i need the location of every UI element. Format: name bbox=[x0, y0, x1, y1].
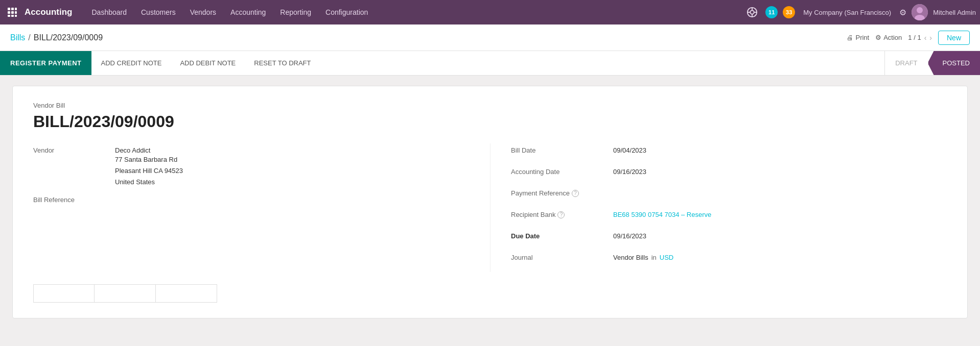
recipient-bank-value[interactable]: BE68 5390 0754 7034 – Reserve bbox=[613, 208, 947, 218]
add-debit-note-button[interactable]: ADD DEBIT NOTE bbox=[171, 51, 245, 75]
table-col-1 bbox=[33, 284, 95, 303]
register-payment-button[interactable]: REGISTER PAYMENT bbox=[0, 51, 91, 75]
vendor-value: Deco Addict 77 Santa Barbara Rd Pleasant… bbox=[115, 143, 470, 188]
breadcrumb-separator: / bbox=[28, 33, 30, 42]
journal-currency-link[interactable]: USD bbox=[660, 254, 673, 261]
topnav-right-section: 11 33 My Company (San Francisco) ⚙ Mitch… bbox=[744, 4, 976, 20]
svg-rect-7 bbox=[11, 15, 14, 17]
bill-ref-label: Bill Reference bbox=[33, 193, 115, 204]
svg-rect-1 bbox=[11, 8, 14, 10]
accounting-date-value: 09/16/2023 bbox=[613, 165, 947, 176]
due-date-label: Due Date bbox=[511, 229, 613, 240]
breadcrumb-current: BILL/2023/09/0009 bbox=[34, 33, 103, 42]
table-col-2 bbox=[95, 284, 156, 303]
username[interactable]: Mitchell Admin bbox=[933, 9, 976, 16]
journal-value-text: Vendor Bills bbox=[613, 254, 648, 261]
breadcrumb: Bills / BILL/2023/09/0009 bbox=[10, 33, 847, 42]
payment-ref-value bbox=[613, 186, 947, 189]
action-label: Action bbox=[883, 34, 902, 41]
pagination-text: 1 / 1 bbox=[908, 34, 921, 41]
menu-customers[interactable]: Customers bbox=[134, 0, 183, 24]
page-header-actions: 🖨 Print ⚙ Action 1 / 1 ‹ › New bbox=[847, 31, 970, 45]
svg-point-16 bbox=[917, 7, 923, 13]
next-page-button[interactable]: › bbox=[929, 34, 932, 42]
bill-date-label: Bill Date bbox=[511, 143, 613, 154]
payment-ref-label: Payment Reference ? bbox=[511, 186, 613, 197]
table-stub bbox=[33, 284, 947, 303]
vendor-name-link[interactable]: Deco Addict bbox=[115, 146, 150, 154]
prev-page-button[interactable]: ‹ bbox=[924, 34, 927, 42]
journal-currency-container: Vendor Bills in USD bbox=[613, 254, 947, 261]
vendor-label: Vendor bbox=[33, 143, 115, 154]
accounting-date-label: Accounting Date bbox=[511, 165, 613, 176]
menu-vendors[interactable]: Vendors bbox=[183, 0, 223, 24]
doc-type-label: Vendor Bill bbox=[33, 102, 947, 109]
doc-number: BILL/2023/09/0009 bbox=[33, 112, 947, 131]
recipient-bank-help-icon[interactable]: ? bbox=[557, 211, 565, 218]
form-card: Vendor Bill BILL/2023/09/0009 Vendor Dec… bbox=[12, 86, 968, 318]
activity-button[interactable]: 33 bbox=[783, 6, 795, 18]
recipient-bank-label: Recipient Bank ? bbox=[511, 208, 613, 218]
menu-dashboard[interactable]: Dashboard bbox=[85, 0, 134, 24]
form-grid: Vendor Deco Addict 77 Santa Barbara Rd P… bbox=[33, 143, 947, 272]
gear-icon: ⚙ bbox=[875, 34, 881, 41]
svg-rect-5 bbox=[15, 11, 17, 14]
page-header: Bills / BILL/2023/09/0009 🖨 Print ⚙ Acti… bbox=[0, 24, 980, 51]
payment-ref-field-row: Payment Reference ? bbox=[511, 186, 947, 203]
vendor-address-3: United States bbox=[115, 177, 470, 188]
top-navigation: Accounting Dashboard Customers Vendors A… bbox=[0, 0, 980, 24]
bill-ref-value bbox=[115, 193, 470, 196]
messages-badge: 11 bbox=[765, 6, 778, 18]
menu-configuration[interactable]: Configuration bbox=[318, 0, 375, 24]
action-button[interactable]: ⚙ Action bbox=[875, 34, 902, 41]
new-button[interactable]: New bbox=[938, 31, 970, 45]
print-label: Print bbox=[855, 34, 869, 41]
vendor-address-2: Pleasant Hill CA 94523 bbox=[115, 165, 470, 177]
recipient-bank-field-row: Recipient Bank ? BE68 5390 0754 7034 – R… bbox=[511, 208, 947, 224]
svg-rect-3 bbox=[8, 11, 10, 14]
bill-date-field-row: Bill Date 09/04/2023 bbox=[511, 143, 947, 160]
status-draft: DRAFT bbox=[884, 51, 927, 75]
due-date-field-row: Due Date 09/16/2023 bbox=[511, 229, 947, 245]
svg-point-10 bbox=[751, 10, 754, 14]
activity-badge: 33 bbox=[783, 6, 795, 18]
payment-ref-help-icon[interactable]: ? bbox=[572, 190, 579, 197]
add-credit-note-button[interactable]: ADD CREDIT NOTE bbox=[91, 51, 171, 75]
print-button[interactable]: 🖨 Print bbox=[847, 34, 869, 41]
pagination: 1 / 1 ‹ › bbox=[908, 34, 932, 42]
settings-icon[interactable]: ⚙ bbox=[899, 8, 906, 17]
apps-menu-icon[interactable] bbox=[4, 4, 20, 20]
company-name[interactable]: My Company (San Francisco) bbox=[803, 9, 891, 16]
bill-reference-field-row: Bill Reference bbox=[33, 193, 470, 209]
menu-accounting[interactable]: Accounting bbox=[223, 0, 273, 24]
table-col-3 bbox=[156, 284, 217, 303]
svg-rect-4 bbox=[11, 11, 14, 14]
vendor-field-row: Vendor Deco Addict 77 Santa Barbara Rd P… bbox=[33, 143, 470, 188]
status-posted: POSTED bbox=[928, 51, 980, 75]
accounting-date-field-row: Accounting Date 09/16/2023 bbox=[511, 165, 947, 181]
svg-rect-6 bbox=[8, 15, 10, 17]
journal-field-row: Journal Vendor Bills in USD bbox=[511, 251, 947, 267]
avatar[interactable] bbox=[912, 4, 928, 20]
journal-label: Journal bbox=[511, 251, 613, 261]
journal-in-label: in bbox=[651, 254, 657, 261]
printer-icon: 🖨 bbox=[847, 34, 853, 41]
vendor-address-1: 77 Santa Barbara Rd bbox=[115, 154, 470, 165]
breadcrumb-bills-link[interactable]: Bills bbox=[10, 33, 25, 42]
svg-rect-2 bbox=[15, 8, 17, 10]
reset-to-draft-button[interactable]: RESET TO DRAFT bbox=[245, 51, 320, 75]
action-bar-right: DRAFT POSTED bbox=[884, 51, 980, 75]
svg-rect-0 bbox=[8, 8, 10, 10]
support-icon[interactable] bbox=[744, 4, 760, 20]
main-content: Vendor Bill BILL/2023/09/0009 Vendor Dec… bbox=[0, 76, 980, 329]
form-left: Vendor Deco Addict 77 Santa Barbara Rd P… bbox=[33, 143, 490, 272]
form-right: Bill Date 09/04/2023 Accounting Date 09/… bbox=[490, 143, 947, 272]
menu-reporting[interactable]: Reporting bbox=[273, 0, 318, 24]
svg-rect-8 bbox=[15, 15, 17, 17]
main-menu: Dashboard Customers Vendors Accounting R… bbox=[85, 0, 744, 24]
brand-name: Accounting bbox=[25, 7, 73, 17]
action-bar: REGISTER PAYMENT ADD CREDIT NOTE ADD DEB… bbox=[0, 51, 980, 76]
due-date-value: 09/16/2023 bbox=[613, 229, 947, 240]
messages-button[interactable]: 11 bbox=[765, 6, 778, 18]
journal-value: Vendor Bills in USD bbox=[613, 251, 947, 261]
